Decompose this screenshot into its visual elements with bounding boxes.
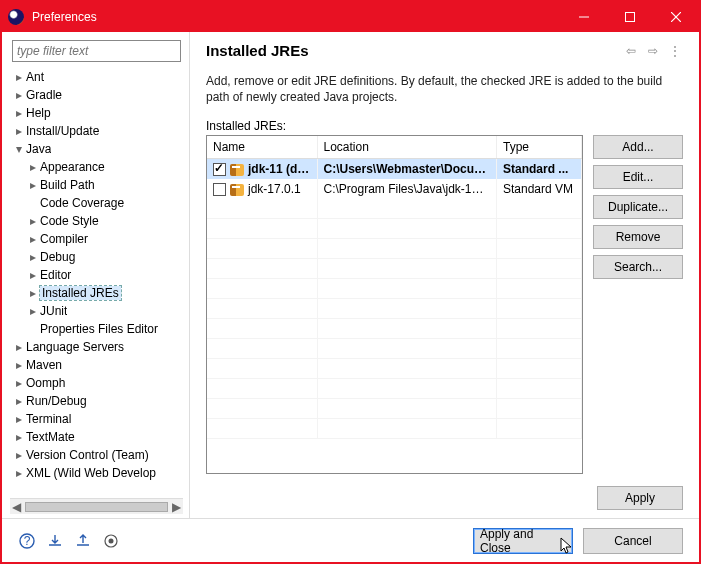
tree-item[interactable]: ▸JUnit: [8, 302, 187, 320]
default-jre-checkbox[interactable]: [213, 163, 226, 176]
tree-item-label: Ant: [26, 70, 44, 84]
apply-and-close-button[interactable]: Apply and Close: [473, 528, 573, 554]
footer: ? Apply and Close Cancel: [2, 518, 699, 562]
tree-item[interactable]: ▸TextMate: [8, 428, 187, 446]
maximize-button[interactable]: [607, 2, 653, 32]
tree-item[interactable]: ▸Gradle: [8, 86, 187, 104]
chevron-right-icon[interactable]: ▸: [12, 466, 26, 480]
scroll-right-icon[interactable]: ▶: [172, 500, 181, 514]
apply-button[interactable]: Apply: [597, 486, 683, 510]
tree-item[interactable]: ▸Compiler: [8, 230, 187, 248]
scroll-left-icon[interactable]: ◀: [12, 500, 21, 514]
cell-name: jdk-17.0.1: [248, 182, 301, 196]
back-icon[interactable]: ⇦: [623, 43, 639, 59]
chevron-right-icon[interactable]: ▸: [12, 430, 26, 444]
tree-item[interactable]: Properties Files Editor: [8, 320, 187, 338]
chevron-right-icon[interactable]: ▸: [12, 448, 26, 462]
chevron-right-icon[interactable]: ▸: [12, 106, 26, 120]
main-panel: Installed JREs ⇦ ⇨ ⋮ Add, remove or edit…: [190, 32, 699, 518]
col-location[interactable]: Location: [317, 136, 497, 159]
tree-item[interactable]: ▾Java: [8, 140, 187, 158]
tree-item-label: Gradle: [26, 88, 62, 102]
tree-item[interactable]: ▸XML (Wild Web Develop: [8, 464, 187, 482]
jre-table[interactable]: Name Location Type jdk-11 (de...C:\Users…: [206, 135, 583, 474]
svg-rect-1: [626, 13, 635, 22]
horizontal-scrollbar[interactable]: ◀ ▶: [10, 498, 183, 514]
chevron-right-icon[interactable]: ▸: [12, 394, 26, 408]
tree-item[interactable]: ▸Appearance: [8, 158, 187, 176]
tree-item-label: Code Coverage: [40, 196, 124, 210]
tree-item[interactable]: ▸Install/Update: [8, 122, 187, 140]
chevron-right-icon[interactable]: ▸: [12, 376, 26, 390]
chevron-right-icon[interactable]: ▸: [12, 124, 26, 138]
col-type[interactable]: Type: [497, 136, 582, 159]
tree-item-label: TextMate: [26, 430, 75, 444]
tree-item-label: Oomph: [26, 376, 65, 390]
window-title: Preferences: [32, 10, 561, 24]
tree-item[interactable]: ▸Terminal: [8, 410, 187, 428]
close-button[interactable]: [653, 2, 699, 32]
tree-item[interactable]: ▸Language Servers: [8, 338, 187, 356]
chevron-right-icon[interactable]: ▸: [26, 160, 40, 174]
tree-item[interactable]: ▸Oomph: [8, 374, 187, 392]
tree-item-label: Build Path: [40, 178, 95, 192]
help-icon[interactable]: ?: [18, 532, 36, 550]
chevron-right-icon[interactable]: ▸: [26, 268, 40, 282]
tree-item-label: Terminal: [26, 412, 71, 426]
chevron-right-icon[interactable]: ▸: [26, 232, 40, 246]
chevron-right-icon[interactable]: ▸: [12, 340, 26, 354]
menu-icon[interactable]: ⋮: [667, 43, 683, 59]
tree-item[interactable]: ▸Run/Debug: [8, 392, 187, 410]
tree-item[interactable]: ▸Build Path: [8, 176, 187, 194]
tree-item[interactable]: Code Coverage: [8, 194, 187, 212]
tree-item[interactable]: ▸Installed JREs: [8, 284, 187, 302]
search-button[interactable]: Search...: [593, 255, 683, 279]
tree-item[interactable]: ▸Debug: [8, 248, 187, 266]
import-icon[interactable]: [46, 532, 64, 550]
chevron-right-icon[interactable]: ▸: [12, 88, 26, 102]
chevron-right-icon[interactable]: ▸: [26, 178, 40, 192]
chevron-right-icon[interactable]: ▸: [26, 304, 40, 318]
svg-point-7: [109, 538, 114, 543]
forward-icon[interactable]: ⇨: [645, 43, 661, 59]
minimize-button[interactable]: [561, 2, 607, 32]
record-icon[interactable]: [102, 532, 120, 550]
chevron-right-icon[interactable]: ▸: [26, 250, 40, 264]
tree-item-label: Editor: [40, 268, 71, 282]
tree-item-label: Version Control (Team): [26, 448, 149, 462]
cancel-button[interactable]: Cancel: [583, 528, 683, 554]
chevron-down-icon[interactable]: ▾: [12, 142, 26, 156]
tree-item[interactable]: ▸Code Style: [8, 212, 187, 230]
chevron-right-icon[interactable]: ▸: [26, 214, 40, 228]
chevron-right-icon[interactable]: ▸: [12, 70, 26, 84]
tree-item[interactable]: ▸Maven: [8, 356, 187, 374]
chevron-right-icon[interactable]: ▸: [12, 358, 26, 372]
duplicate-button[interactable]: Duplicate...: [593, 195, 683, 219]
preferences-tree[interactable]: ▸Ant▸Gradle▸Help▸Install/Update▾Java▸App…: [6, 68, 187, 496]
tree-item[interactable]: ▸Version Control (Team): [8, 446, 187, 464]
tree-item-label: Appearance: [40, 160, 105, 174]
chevron-right-icon[interactable]: ▸: [12, 412, 26, 426]
tree-item-label: Installed JREs: [40, 286, 121, 300]
edit-button[interactable]: Edit...: [593, 165, 683, 189]
export-icon[interactable]: [74, 532, 92, 550]
chevron-right-icon[interactable]: ▸: [26, 286, 40, 300]
filter-input[interactable]: [12, 40, 181, 62]
table-row[interactable]: jdk-11 (de...C:\Users\Webmaster\Docum...…: [207, 159, 582, 179]
default-jre-checkbox[interactable]: [213, 183, 226, 196]
table-label: Installed JREs:: [206, 119, 683, 133]
apply-and-close-label: Apply and Close: [480, 527, 566, 555]
page-description: Add, remove or edit JRE definitions. By …: [206, 73, 683, 105]
tree-item-label: Maven: [26, 358, 62, 372]
tree-item[interactable]: ▸Editor: [8, 266, 187, 284]
table-row[interactable]: jdk-17.0.1C:\Program Files\Java\jdk-17.0…: [207, 179, 582, 199]
col-name[interactable]: Name: [207, 136, 317, 159]
tree-item[interactable]: ▸Ant: [8, 68, 187, 86]
tree-item-label: Help: [26, 106, 51, 120]
remove-button[interactable]: Remove: [593, 225, 683, 249]
titlebar: Preferences: [2, 2, 699, 32]
tree-item[interactable]: ▸Help: [8, 104, 187, 122]
scroll-thumb[interactable]: [25, 502, 168, 512]
add-button[interactable]: Add...: [593, 135, 683, 159]
tree-item-label: Java: [26, 142, 51, 156]
